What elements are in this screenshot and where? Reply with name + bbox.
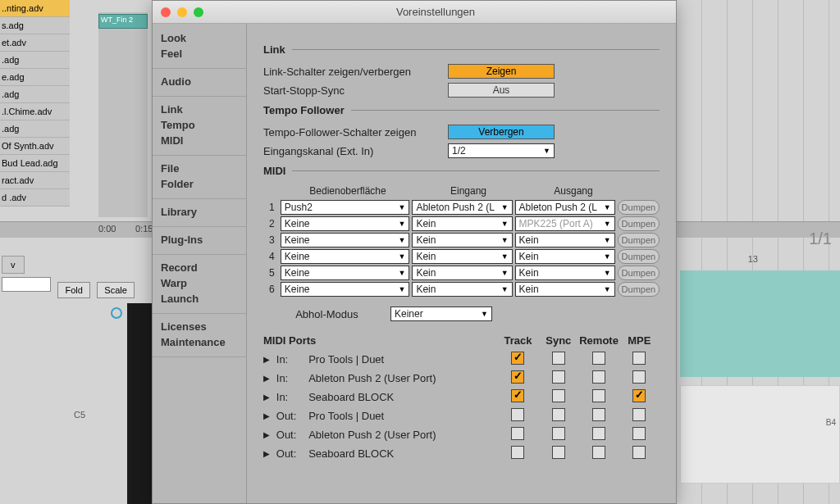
sidebar-item-midi[interactable]: MIDI: [153, 133, 246, 148]
checkbox[interactable]: [511, 408, 524, 421]
checkbox[interactable]: [511, 427, 524, 440]
checkbox[interactable]: [592, 370, 605, 384]
file-item[interactable]: .l.Chime.adv: [0, 103, 70, 120]
expand-arrow-icon[interactable]: ▶: [263, 374, 276, 383]
section-tempo-follower: Tempo Follower: [263, 104, 660, 116]
select-surface[interactable]: Keine▼: [281, 233, 410, 247]
sidebar-item-folder[interactable]: Folder: [153, 176, 246, 192]
sidebar-item-record[interactable]: Record: [153, 260, 246, 275]
file-item[interactable]: e.adg: [0, 69, 70, 86]
dump-button[interactable]: Dumpen: [618, 249, 660, 264]
checkbox[interactable]: [511, 446, 524, 459]
toggle-link-switch[interactable]: Zeigen: [448, 64, 555, 79]
file-item[interactable]: Bud Lead.adg: [0, 155, 70, 172]
checkbox[interactable]: [632, 389, 646, 402]
select-input[interactable]: Ableton Push 2 (L▼: [412, 200, 512, 215]
sidebar-item-warp[interactable]: Warp: [153, 275, 246, 291]
sidebar-item-audio[interactable]: Audio: [153, 74, 246, 89]
checkbox[interactable]: [552, 370, 565, 384]
checkbox[interactable]: [632, 446, 646, 459]
file-item[interactable]: .adg: [0, 120, 70, 138]
file-item[interactable]: ..nting.adv: [0, 0, 70, 17]
checkbox[interactable]: [592, 427, 605, 440]
checkbox[interactable]: [592, 389, 605, 402]
close-icon[interactable]: [161, 7, 171, 17]
checkbox[interactable]: [511, 389, 524, 402]
select-surface[interactable]: Keine▼: [281, 282, 410, 297]
file-item[interactable]: ract.adv: [0, 172, 70, 189]
sidebar-item-look[interactable]: Look: [153, 30, 246, 46]
select-input[interactable]: Kein▼: [412, 249, 512, 264]
checkbox[interactable]: [552, 389, 565, 402]
sidebar-item-tempo[interactable]: Tempo: [153, 117, 246, 133]
dump-button[interactable]: Dumpen: [618, 282, 660, 297]
select-input[interactable]: Kein▼: [412, 233, 512, 247]
clip[interactable]: WT_Fin 2: [98, 14, 148, 29]
select-surface[interactable]: Keine▼: [281, 266, 410, 280]
expand-arrow-icon[interactable]: ▶: [263, 393, 276, 402]
search-input[interactable]: [2, 277, 51, 292]
select-output[interactable]: Ableton Push 2 (L▼: [515, 200, 615, 215]
checkbox[interactable]: [632, 370, 646, 384]
select-output[interactable]: Kein▼: [515, 266, 615, 280]
checkbox[interactable]: [632, 352, 646, 365]
dump-button[interactable]: Dumpen: [618, 233, 660, 247]
select-surface[interactable]: Keine▼: [281, 249, 410, 264]
file-item[interactable]: .adg: [0, 52, 70, 69]
header-remote: Remote: [578, 334, 619, 347]
dump-button[interactable]: Dumpen: [618, 200, 660, 215]
checkbox[interactable]: [592, 408, 605, 421]
checkbox[interactable]: [552, 427, 565, 440]
select-input[interactable]: Kein▼: [412, 282, 512, 297]
select-input[interactable]: Kein▼: [412, 216, 512, 231]
checkbox[interactable]: [592, 352, 605, 365]
file-item[interactable]: d .adv: [0, 189, 70, 207]
select-input[interactable]: Kein▼: [412, 266, 512, 280]
sidebar-item-plug-ins[interactable]: Plug-Ins: [153, 232, 246, 247]
minimize-icon[interactable]: [177, 7, 187, 17]
file-item[interactable]: et.adv: [0, 34, 70, 52]
select-output[interactable]: Kein▼: [515, 233, 615, 247]
select-surface[interactable]: Keine▼: [281, 216, 410, 231]
checkbox[interactable]: [552, 408, 565, 421]
file-item[interactable]: Of Synth.adv: [0, 138, 70, 155]
expand-arrow-icon[interactable]: ▶: [263, 430, 276, 439]
sidebar-item-file[interactable]: File: [153, 161, 246, 176]
select-surface[interactable]: Push2▼: [281, 200, 410, 215]
select-output[interactable]: Kein▼: [515, 249, 615, 264]
expand-arrow-icon[interactable]: ▶: [263, 449, 276, 458]
checkbox[interactable]: [552, 352, 565, 365]
sidebar-item-library[interactable]: Library: [153, 204, 246, 220]
chevron-down-icon: ▼: [481, 310, 488, 318]
select-input-channel[interactable]: 1/2▼: [448, 143, 555, 158]
sidebar-item-maintenance[interactable]: Maintenance: [153, 334, 246, 350]
checkbox[interactable]: [632, 427, 646, 440]
scale-button[interactable]: Scale: [97, 282, 135, 298]
checkbox[interactable]: [592, 446, 605, 459]
sidebar-item-licenses[interactable]: Licenses: [153, 319, 246, 334]
fold-button[interactable]: Fold: [57, 282, 89, 298]
checkbox[interactable]: [552, 446, 565, 459]
file-item[interactable]: s.adg: [0, 17, 70, 34]
checkbox[interactable]: [632, 408, 646, 421]
dump-button[interactable]: Dumpen: [618, 266, 660, 280]
toggle-start-stop[interactable]: Aus: [448, 83, 555, 98]
midi-control-row: 3Keine▼Kein▼Kein▼Dumpen: [263, 233, 660, 247]
maximize-icon[interactable]: [194, 7, 203, 17]
chevron-down-icon: ▼: [501, 269, 509, 277]
dropdown-tab[interactable]: v: [2, 256, 25, 274]
select-pickup-mode[interactable]: Keiner▼: [390, 306, 492, 321]
checkbox[interactable]: [511, 352, 524, 365]
select-output[interactable]: Kein▼: [515, 282, 615, 297]
toggle-tempo-follower[interactable]: Verbergen: [448, 125, 555, 139]
select-output[interactable]: MPK225 (Port A)▼: [515, 216, 615, 231]
file-item[interactable]: .adg: [0, 86, 70, 103]
expand-arrow-icon[interactable]: ▶: [263, 355, 276, 364]
checkbox[interactable]: [511, 370, 524, 384]
expand-arrow-icon[interactable]: ▶: [263, 411, 276, 420]
dump-button[interactable]: Dumpen: [618, 216, 660, 231]
sidebar-item-launch[interactable]: Launch: [153, 291, 246, 306]
sidebar-item-link[interactable]: Link: [153, 102, 246, 117]
chevron-down-icon: ▼: [398, 285, 405, 293]
sidebar-item-feel[interactable]: Feel: [153, 46, 246, 61]
